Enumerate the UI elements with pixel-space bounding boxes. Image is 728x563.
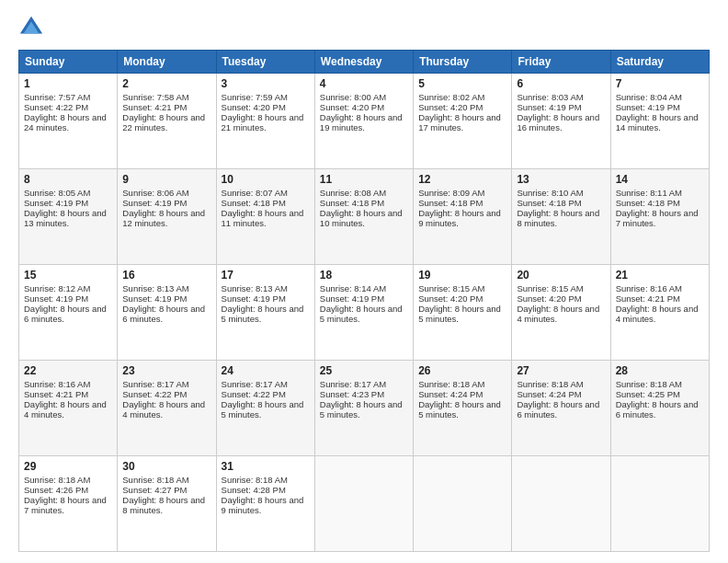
daylight-text: Daylight: 8 hours and 4 minutes. <box>122 399 205 419</box>
logo-icon <box>18 15 44 40</box>
calendar-cell: 24Sunrise: 8:17 AMSunset: 4:22 PMDayligh… <box>216 361 314 456</box>
sunset-text: Sunset: 4:19 PM <box>222 293 286 304</box>
weekday-header-saturday: Saturday <box>610 51 709 74</box>
sunset-text: Sunset: 4:23 PM <box>320 389 384 399</box>
sunrise-text: Sunrise: 8:04 AM <box>616 92 682 102</box>
day-number: 20 <box>517 269 605 282</box>
sunset-text: Sunset: 4:19 PM <box>320 293 384 304</box>
calendar-cell <box>512 456 610 552</box>
sunset-text: Sunset: 4:18 PM <box>222 198 286 208</box>
calendar-cell: 18Sunrise: 8:14 AMSunset: 4:19 PMDayligh… <box>314 265 413 361</box>
calendar-cell: 3Sunrise: 7:59 AMSunset: 4:20 PMDaylight… <box>216 74 314 169</box>
sunrise-text: Sunrise: 8:07 AM <box>222 188 288 198</box>
daylight-text: Daylight: 8 hours and 6 minutes. <box>122 304 205 324</box>
sunrise-text: Sunrise: 8:12 AM <box>24 283 90 293</box>
sunset-text: Sunset: 4:27 PM <box>122 485 187 495</box>
weekday-header-sunday: Sunday <box>19 51 118 74</box>
daylight-text: Daylight: 8 hours and 24 minutes. <box>24 112 107 132</box>
sunset-text: Sunset: 4:22 PM <box>122 389 187 399</box>
sunrise-text: Sunrise: 8:06 AM <box>122 188 188 198</box>
calendar-table: SundayMondayTuesdayWednesdayThursdayFrid… <box>18 50 710 552</box>
weekday-header-thursday: Thursday <box>414 51 512 74</box>
sunset-text: Sunset: 4:19 PM <box>616 102 680 112</box>
daylight-text: Daylight: 8 hours and 21 minutes. <box>222 112 304 132</box>
sunset-text: Sunset: 4:21 PM <box>24 389 88 399</box>
day-number: 16 <box>122 269 210 282</box>
sunset-text: Sunset: 4:18 PM <box>616 198 680 208</box>
sunset-text: Sunset: 4:28 PM <box>222 485 286 495</box>
day-number: 13 <box>517 173 605 186</box>
day-number: 17 <box>222 269 310 282</box>
calendar-cell <box>314 456 413 552</box>
sunrise-text: Sunrise: 7:59 AM <box>222 92 288 102</box>
calendar-cell: 26Sunrise: 8:18 AMSunset: 4:24 PMDayligh… <box>414 361 512 456</box>
sunrise-text: Sunrise: 8:18 AM <box>418 379 484 389</box>
sunset-text: Sunset: 4:22 PM <box>24 102 88 112</box>
day-number: 12 <box>418 173 506 186</box>
calendar-cell: 15Sunrise: 8:12 AMSunset: 4:19 PMDayligh… <box>19 265 118 361</box>
calendar-cell <box>610 456 709 552</box>
day-number: 29 <box>24 460 112 473</box>
day-number: 18 <box>320 269 408 282</box>
daylight-text: Daylight: 8 hours and 16 minutes. <box>517 112 599 132</box>
calendar-cell: 9Sunrise: 8:06 AMSunset: 4:19 PMDaylight… <box>118 169 216 265</box>
weekday-header-friday: Friday <box>512 51 610 74</box>
day-number: 28 <box>616 364 704 377</box>
day-number: 23 <box>122 364 210 377</box>
week-row-4: 22Sunrise: 8:16 AMSunset: 4:21 PMDayligh… <box>19 361 710 456</box>
calendar-cell: 31Sunrise: 8:18 AMSunset: 4:28 PMDayligh… <box>216 456 314 552</box>
sunset-text: Sunset: 4:21 PM <box>616 293 680 304</box>
daylight-text: Daylight: 8 hours and 10 minutes. <box>320 208 403 228</box>
sunset-text: Sunset: 4:20 PM <box>418 293 483 304</box>
page: SundayMondayTuesdayWednesdayThursdayFrid… <box>0 0 728 563</box>
daylight-text: Daylight: 8 hours and 14 minutes. <box>616 112 699 132</box>
calendar-cell: 1Sunrise: 7:57 AMSunset: 4:22 PMDaylight… <box>19 74 118 169</box>
calendar-cell: 7Sunrise: 8:04 AMSunset: 4:19 PMDaylight… <box>610 74 709 169</box>
sunset-text: Sunset: 4:24 PM <box>418 389 483 399</box>
daylight-text: Daylight: 8 hours and 11 minutes. <box>222 208 304 228</box>
daylight-text: Daylight: 8 hours and 5 minutes. <box>418 399 501 419</box>
daylight-text: Daylight: 8 hours and 8 minutes. <box>517 208 599 228</box>
sunrise-text: Sunrise: 8:13 AM <box>222 283 288 293</box>
sunset-text: Sunset: 4:22 PM <box>222 389 286 399</box>
sunrise-text: Sunrise: 8:11 AM <box>616 188 682 198</box>
calendar-cell: 8Sunrise: 8:05 AMSunset: 4:19 PMDaylight… <box>19 169 118 265</box>
daylight-text: Daylight: 8 hours and 6 minutes. <box>24 304 107 324</box>
calendar-cell: 14Sunrise: 8:11 AMSunset: 4:18 PMDayligh… <box>610 169 709 265</box>
sunset-text: Sunset: 4:19 PM <box>24 198 88 208</box>
sunset-text: Sunset: 4:24 PM <box>517 389 581 399</box>
sunset-text: Sunset: 4:26 PM <box>24 485 88 495</box>
daylight-text: Daylight: 8 hours and 6 minutes. <box>517 399 599 419</box>
day-number: 27 <box>517 364 605 377</box>
calendar-cell <box>414 456 512 552</box>
calendar-cell: 17Sunrise: 8:13 AMSunset: 4:19 PMDayligh… <box>216 265 314 361</box>
calendar-cell: 11Sunrise: 8:08 AMSunset: 4:18 PMDayligh… <box>314 169 413 265</box>
daylight-text: Daylight: 8 hours and 4 minutes. <box>616 304 699 324</box>
calendar-cell: 13Sunrise: 8:10 AMSunset: 4:18 PMDayligh… <box>512 169 610 265</box>
daylight-text: Daylight: 8 hours and 22 minutes. <box>122 112 205 132</box>
day-number: 11 <box>320 173 408 186</box>
day-number: 6 <box>517 77 605 90</box>
sunset-text: Sunset: 4:20 PM <box>418 102 483 112</box>
sunset-text: Sunset: 4:25 PM <box>616 389 680 399</box>
daylight-text: Daylight: 8 hours and 9 minutes. <box>418 208 501 228</box>
calendar-cell: 22Sunrise: 8:16 AMSunset: 4:21 PMDayligh… <box>19 361 118 456</box>
day-number: 25 <box>320 364 408 377</box>
calendar-cell: 28Sunrise: 8:18 AMSunset: 4:25 PMDayligh… <box>610 361 709 456</box>
sunrise-text: Sunrise: 8:18 AM <box>616 379 682 389</box>
day-number: 30 <box>122 460 210 473</box>
calendar-cell: 16Sunrise: 8:13 AMSunset: 4:19 PMDayligh… <box>118 265 216 361</box>
sunset-text: Sunset: 4:19 PM <box>122 198 187 208</box>
daylight-text: Daylight: 8 hours and 13 minutes. <box>24 208 107 228</box>
sunrise-text: Sunrise: 8:17 AM <box>320 379 386 389</box>
sunrise-text: Sunrise: 8:18 AM <box>24 475 90 485</box>
sunset-text: Sunset: 4:20 PM <box>517 293 581 304</box>
calendar-cell: 27Sunrise: 8:18 AMSunset: 4:24 PMDayligh… <box>512 361 610 456</box>
sunrise-text: Sunrise: 7:58 AM <box>122 92 188 102</box>
daylight-text: Daylight: 8 hours and 7 minutes. <box>24 495 107 515</box>
header <box>18 15 710 40</box>
sunrise-text: Sunrise: 8:09 AM <box>418 188 484 198</box>
weekday-header-tuesday: Tuesday <box>216 51 314 74</box>
calendar-cell: 4Sunrise: 8:00 AMSunset: 4:20 PMDaylight… <box>314 74 413 169</box>
sunrise-text: Sunrise: 8:15 AM <box>418 283 484 293</box>
